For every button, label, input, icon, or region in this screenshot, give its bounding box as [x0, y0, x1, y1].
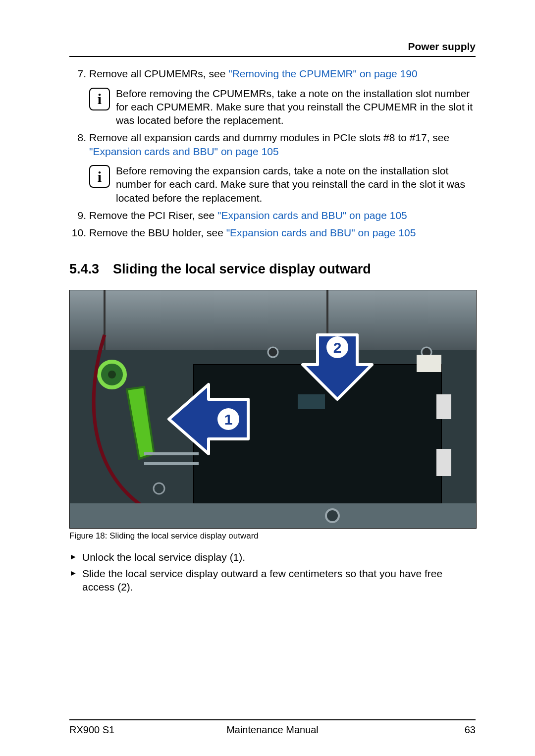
svg-point-15 [326, 509, 339, 522]
figure-caption: Figure 18: Sliding the local service dis… [69, 531, 476, 541]
section-heading: 5.4.3Sliding the local service display o… [69, 261, 476, 278]
cross-ref-link[interactable]: "Expansion cards and BBU" on page 105 [89, 146, 279, 157]
svg-point-4 [268, 347, 278, 357]
header-title: Power supply [408, 41, 476, 52]
step-number: 7. [69, 67, 89, 80]
step-body: Remove all expansion cards and dummy mod… [89, 131, 476, 158]
numbered-steps: 7. Remove all CPUMEMRs, see "Removing th… [69, 67, 476, 84]
svg-rect-11 [436, 394, 451, 419]
svg-point-7 [108, 371, 116, 378]
action-list: ► Unlock the local service display (1). … [69, 550, 476, 597]
svg-rect-12 [436, 449, 451, 476]
cross-ref-link[interactable]: "Removing the CPUMEMR" on page 190 [228, 68, 417, 79]
step-body: Remove the PCI Riser, see "Expansion car… [89, 209, 476, 222]
footer-doctitle: Maintenance Manual [205, 723, 340, 736]
action-text: Unlock the local service display (1). [82, 550, 476, 564]
step-body: Remove the BBU holder, see "Expansion ca… [89, 226, 476, 239]
section-number: 5.4.3 [69, 261, 99, 278]
section-title: Sliding the local service display outwar… [113, 262, 371, 276]
step-10: 10. Remove the BBU holder, see "Expansio… [69, 226, 476, 239]
step-body: Remove all CPUMEMRs, see "Removing the C… [89, 67, 476, 80]
info-text: Before removing the CPUMEMRs, take a not… [116, 87, 476, 127]
info-icon: i [89, 165, 110, 188]
svg-rect-14 [70, 503, 476, 528]
info-icon: i [89, 88, 110, 110]
cross-ref-link[interactable]: "Expansion cards and BBU" on page 105 [217, 210, 407, 221]
svg-rect-10 [417, 355, 441, 372]
callout-number-1: 1 [224, 411, 233, 428]
info-text: Before removing the expansion cards, tak… [116, 164, 476, 205]
page-footer: RX900 S1 Maintenance Manual 63 [69, 719, 476, 736]
cross-ref-link[interactable]: "Expansion cards and BBU" on page 105 [226, 227, 416, 238]
numbered-steps: 9. Remove the PCI Riser, see "Expansion … [69, 209, 476, 244]
step-text: Remove the PCI Riser, see [89, 210, 217, 221]
svg-rect-13 [298, 394, 325, 409]
figure-illustration: 2 1 [69, 290, 477, 529]
step-8: 8. Remove all expansion cards and dummy … [69, 131, 476, 158]
triangle-marker-icon: ► [69, 550, 82, 562]
step-text: Remove all expansion cards and dummy mod… [89, 132, 449, 143]
info-box: i Before removing the CPUMEMRs, take a n… [89, 87, 476, 127]
step-number: 8. [69, 131, 89, 144]
figure-18: 2 1 Figure 18: Sliding the local service… [69, 290, 476, 550]
step-9: 9. Remove the PCI Riser, see "Expansion … [69, 209, 476, 222]
step-number: 9. [69, 209, 89, 222]
action-item: ► Unlock the local service display (1). [69, 550, 476, 564]
page-header: Power supply [69, 40, 476, 57]
step-number: 10. [69, 226, 89, 239]
triangle-marker-icon: ► [69, 567, 82, 579]
footer-page-number: 63 [340, 723, 476, 736]
svg-point-16 [154, 483, 164, 494]
action-text: Slide the local service display outward … [82, 567, 476, 594]
step-text: Remove the BBU holder, see [89, 227, 226, 238]
numbered-steps: 8. Remove all expansion cards and dummy … [69, 131, 476, 162]
info-box: i Before removing the expansion cards, t… [89, 164, 476, 205]
footer-product: RX900 S1 [69, 723, 205, 736]
step-7: 7. Remove all CPUMEMRs, see "Removing th… [69, 67, 476, 80]
callout-number-2: 2 [333, 339, 342, 356]
page: Power supply 7. Remove all CPUMEMRs, see… [0, 0, 535, 756]
step-text: Remove all CPUMEMRs, see [89, 68, 228, 79]
svg-rect-1 [70, 290, 476, 350]
action-item: ► Slide the local service display outwar… [69, 567, 476, 594]
